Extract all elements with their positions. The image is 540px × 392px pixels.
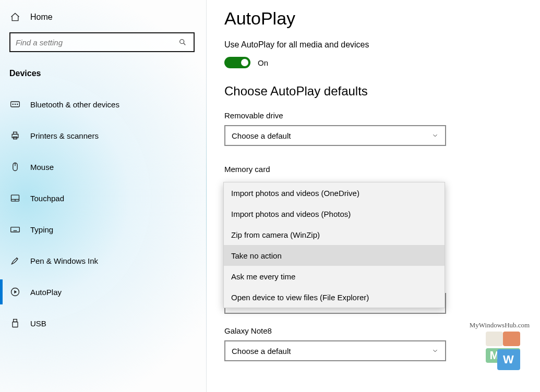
- watermark: MyWindowsHub.com M W: [464, 321, 535, 363]
- svg-rect-7: [14, 132, 17, 134]
- dropdown-value: Choose a default: [232, 347, 291, 356]
- svg-rect-14: [11, 227, 20, 232]
- printer-icon: [9, 130, 21, 141]
- svg-point-0: [180, 40, 184, 44]
- touchpad-icon: [9, 192, 21, 204]
- galaxy-note8-dropdown[interactable]: Choose a default: [224, 340, 446, 361]
- sidebar-item-mouse[interactable]: Mouse: [0, 151, 206, 182]
- svg-point-3: [13, 104, 14, 105]
- option-ask-every-time[interactable]: Ask me every time: [224, 266, 445, 287]
- sidebar-nav: Bluetooth & other devices Printers & sca…: [0, 89, 206, 339]
- chevron-down-icon: [431, 132, 439, 139]
- option-zip-winzip[interactable]: Zip from camera (WinZip): [224, 224, 445, 245]
- sidebar-item-usb[interactable]: USB: [0, 308, 206, 339]
- svg-rect-23: [13, 322, 18, 327]
- toggle-heading: Use AutoPlay for all media and devices: [224, 40, 522, 50]
- search-input[interactable]: [16, 38, 177, 47]
- option-open-file-explorer[interactable]: Open device to view files (File Explorer…: [224, 287, 445, 308]
- sidebar-item-label: Mouse: [30, 163, 54, 172]
- sidebar-section-title: Devices: [0, 57, 206, 83]
- bluetooth-icon: [9, 99, 21, 110]
- option-import-photos[interactable]: Import photos and videos (Photos): [224, 203, 445, 224]
- sidebar-home[interactable]: Home: [0, 7, 206, 32]
- sidebar-item-label: AutoPlay: [30, 288, 62, 297]
- sidebar-home-label: Home: [30, 13, 53, 22]
- autoplay-icon: [9, 286, 21, 298]
- sidebar-item-touchpad[interactable]: Touchpad: [0, 182, 206, 214]
- usb-icon: [9, 317, 21, 329]
- field-memory-card: Memory card: [224, 165, 522, 177]
- watermark-text: MyWindowsHub.com: [464, 321, 535, 329]
- autoplay-options-popup: Import photos and videos (OneDrive) Impo…: [223, 182, 445, 308]
- sidebar-item-label: Touchpad: [30, 194, 64, 203]
- sidebar-item-pen[interactable]: Pen & Windows Ink: [0, 245, 206, 276]
- svg-point-4: [15, 104, 16, 105]
- sidebar-item-printers[interactable]: Printers & scanners: [0, 120, 206, 151]
- sidebar-item-typing[interactable]: Typing: [0, 214, 206, 245]
- toggle-state-label: On: [258, 58, 268, 67]
- svg-line-1: [184, 43, 185, 45]
- option-import-onedrive[interactable]: Import photos and videos (OneDrive): [224, 182, 445, 203]
- sidebar-item-label: Typing: [30, 225, 53, 234]
- sidebar-item-label: USB: [30, 319, 46, 328]
- field-label: Removable drive: [224, 111, 522, 120]
- svg-rect-22: [14, 320, 17, 322]
- home-icon: [9, 11, 21, 23]
- removable-drive-dropdown[interactable]: Choose a default: [224, 125, 446, 146]
- settings-sidebar: Home Devices Bluetooth & other devices P…: [0, 0, 207, 392]
- sidebar-item-autoplay[interactable]: AutoPlay: [0, 276, 206, 308]
- search-box[interactable]: [9, 32, 195, 52]
- svg-point-5: [17, 104, 18, 105]
- autoplay-toggle[interactable]: [224, 57, 250, 68]
- sidebar-item-label: Bluetooth & other devices: [30, 100, 119, 109]
- sidebar-item-label: Pen & Windows Ink: [30, 256, 98, 265]
- sidebar-item-bluetooth[interactable]: Bluetooth & other devices: [0, 89, 206, 120]
- pen-icon: [9, 255, 21, 266]
- field-label: Memory card: [224, 165, 522, 174]
- mouse-icon: [9, 161, 21, 173]
- svg-marker-21: [14, 290, 17, 294]
- field-removable-drive: Removable drive Choose a default: [224, 111, 522, 146]
- option-take-no-action[interactable]: Take no action: [224, 245, 445, 266]
- keyboard-icon: [9, 224, 21, 235]
- sidebar-item-label: Printers & scanners: [30, 131, 99, 140]
- search-icon: [177, 36, 188, 48]
- page-title: AutoPlay: [224, 8, 522, 29]
- chevron-down-icon: [431, 347, 439, 354]
- dropdown-value: Choose a default: [232, 131, 291, 140]
- toggle-knob: [241, 59, 248, 66]
- defaults-heading: Choose AutoPlay defaults: [224, 84, 522, 99]
- watermark-logo: M W: [486, 332, 520, 363]
